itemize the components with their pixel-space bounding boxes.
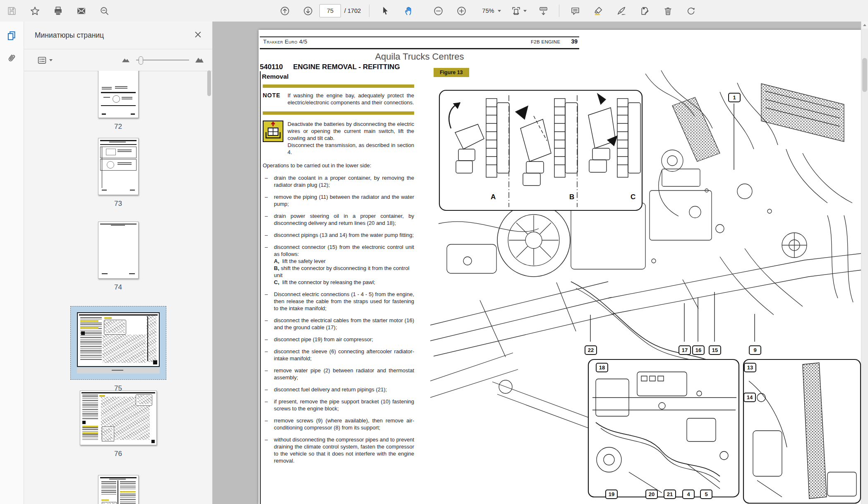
panel-label-b: B — [569, 193, 574, 201]
fill-sign-button[interactable] — [612, 2, 631, 19]
print-button[interactable] — [49, 2, 67, 19]
search-icon — [99, 6, 110, 16]
thumbnail-size-slider[interactable] — [136, 56, 189, 64]
sidebar-scrollbar-thumb[interactable] — [207, 70, 211, 96]
arrow-up-circle-icon — [280, 6, 290, 16]
hide-toolbar-icon — [538, 6, 549, 16]
warning-separator-bar — [263, 111, 414, 115]
zoom-in-button[interactable] — [452, 2, 470, 19]
thumbnail-page-number: 72 — [114, 123, 122, 131]
note-text: If washing the engine bay, adequately pr… — [288, 92, 414, 106]
toolbar-separator — [369, 5, 369, 17]
operation-item: rremove screws (9) (where available), th… — [263, 417, 414, 431]
zoom-level-dropdown[interactable]: 75% — [475, 2, 504, 19]
fountain-pen-icon — [616, 6, 627, 16]
page-number-label: 39 — [571, 38, 578, 45]
thumbnail-page-73[interactable]: 73 — [24, 138, 212, 208]
thumbnail-selection-highlight — [70, 306, 166, 380]
thumbnail-page-72[interactable]: 72 — [24, 71, 212, 131]
operation-item: disconnect pipe (19) from air compressor… — [263, 336, 414, 343]
scroll-up-button[interactable] — [861, 22, 868, 29]
battery-warning-line2: Disconnect the transmission, as describe… — [288, 142, 414, 156]
cursor-arrow-icon — [380, 6, 391, 16]
connector-step: unit — [274, 272, 414, 279]
reading-mode-button[interactable] — [534, 2, 552, 19]
subsection-title: Removal — [262, 73, 289, 80]
thumbnail-page-number: 74 — [114, 283, 122, 292]
zoom-level-value: 75% — [482, 7, 494, 14]
document-scrollbar[interactable] — [861, 22, 868, 504]
slider-thumb[interactable] — [139, 56, 143, 65]
comment-bubble-icon — [570, 6, 580, 16]
callout-1: 1 — [728, 93, 741, 102]
edit-page-button[interactable] — [635, 2, 654, 19]
thumbnail-page-76[interactable]: 76 — [24, 391, 212, 458]
battery-warning-icon — [263, 121, 283, 142]
pages-icon — [6, 30, 17, 41]
comment-button[interactable] — [566, 2, 584, 19]
operation-item: without disconnecting the compressor pip… — [263, 436, 414, 464]
arrow-down-circle-icon — [303, 6, 313, 16]
operation-item: Disconnect electric connections (1 - 4 -… — [263, 291, 414, 312]
thumbnails-panel: Миниатюры страниц — [24, 22, 213, 504]
page-number-input[interactable] — [319, 4, 341, 17]
thumbnail-page-77[interactable]: 77 — [24, 475, 212, 504]
scrollbar-thumb[interactable] — [862, 58, 867, 92]
operation-item: disconnect pipings (13 and 14) from the … — [263, 232, 414, 239]
attachments-tab[interactable] — [3, 50, 20, 66]
paperclip-icon — [6, 53, 17, 63]
callout-13: 13 — [744, 363, 756, 372]
delete-button[interactable] — [659, 2, 677, 19]
close-icon — [194, 31, 201, 38]
close-panel-button[interactable] — [193, 29, 203, 41]
pdf-viewer-window: / 1702 75% — [0, 0, 868, 504]
page-total-label: / 1702 — [344, 7, 361, 14]
triangle-up-icon — [863, 24, 866, 26]
document-view[interactable]: Trakker Euro 4/5 F2B ENGINE 39 Aquila Tr… — [213, 22, 868, 504]
plus-circle-icon — [456, 6, 467, 16]
hand-icon — [403, 6, 414, 16]
star-bookmark-button[interactable] — [26, 2, 44, 19]
highlight-button[interactable] — [589, 2, 607, 19]
operations-intro: Operations to be carried out in the lowe… — [263, 162, 414, 169]
operation-item: disconnect connector (15) from the elect… — [263, 244, 414, 286]
page-edit-icon — [640, 6, 650, 16]
pdf-page-75: Trakker Euro 4/5 F2B ENGINE 39 Aquila Tr… — [259, 30, 861, 504]
search-button[interactable] — [95, 2, 113, 19]
panel-label-c: C — [631, 193, 635, 201]
header-rule-bottom — [260, 48, 579, 49]
highlighter-icon — [593, 6, 604, 16]
save-button[interactable] — [2, 2, 21, 19]
callout-18: 18 — [596, 363, 608, 372]
select-tool-button[interactable] — [376, 2, 394, 19]
procedure-text-column: NOTE If washing the engine bay, adequate… — [263, 84, 414, 469]
figure-label: Figure 13 — [434, 68, 469, 77]
callout-5: 5 — [700, 490, 712, 499]
operation-item: disconnect the sleeve (6) connecting aft… — [263, 348, 414, 362]
email-icon — [76, 6, 86, 16]
list-options-icon — [37, 55, 47, 65]
operation-title: ENGINE REMOVAL - REFITTING — [293, 63, 400, 71]
next-page-button[interactable] — [299, 2, 317, 19]
previous-page-button[interactable] — [276, 2, 294, 19]
fit-width-dropdown[interactable] — [508, 2, 529, 19]
zoom-out-button[interactable] — [429, 2, 447, 19]
battery-warning-line1: Deactivate the batteries by disconnectin… — [288, 121, 414, 142]
operation-item: remove water pipe (2) between radiator a… — [263, 367, 414, 381]
email-button[interactable] — [72, 2, 90, 19]
page-thumbnails-tab[interactable] — [3, 27, 20, 44]
callout-14: 14 — [743, 393, 756, 402]
rotate-button[interactable] — [682, 2, 700, 19]
section-label: F2B ENGINE — [531, 39, 560, 44]
thumbnails-panel-header: Миниатюры страниц — [24, 22, 212, 49]
thumbnail-page-number: 76 — [114, 450, 122, 458]
model-label: Trakker Euro 4/5 — [263, 39, 307, 45]
thumbnail-page-75-selected[interactable]: 75 — [24, 306, 212, 393]
thumbnail-options-button[interactable] — [35, 53, 55, 67]
hand-tool-button[interactable] — [399, 2, 417, 19]
operation-code: 540110 — [260, 63, 291, 71]
battery-warning-block: Deactivate the batteries by disconnectin… — [263, 121, 414, 156]
panel-title: Миниатюры страниц — [35, 31, 104, 40]
thumbnail-page-74[interactable]: 74 — [24, 222, 212, 292]
callout-9: 9 — [749, 345, 761, 355]
